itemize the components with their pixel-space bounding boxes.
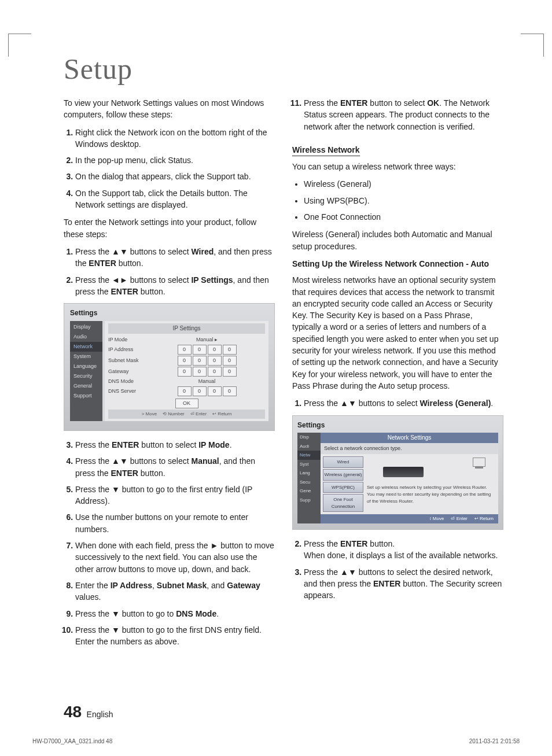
page-title: Setup — [64, 52, 503, 86]
screenshot-sidebar: Disp Audi Netw Syst Lang Secu Gene Supp — [297, 433, 321, 523]
list-item: Press the ENTER button to select OK. The… — [304, 97, 503, 132]
wireless-intro: You can setup a wireless network three w… — [292, 161, 503, 172]
wireless-heading: Wireless Network — [292, 144, 360, 156]
footer-timestamp: 2011-03-21 2:01:58 — [469, 738, 520, 744]
list-item: Wireless (General) — [304, 178, 503, 190]
screenshot-title: Settings — [297, 421, 498, 430]
connection-desc: Set up wireless network by selecting you… — [367, 456, 496, 512]
list-item: Press the ▼ button to go to the first DN… — [75, 624, 275, 648]
connection-options: Wired Wireless (general) WPS(PBC) One Fo… — [323, 456, 363, 512]
print-footer: HW-D7000_XAA_0321.indd 48 2011-03-21 2:0… — [32, 738, 520, 744]
steps-b-part2: Press the ENTER button to select IP Mode… — [75, 439, 275, 647]
intro2-para: To enter the Network settings into your … — [64, 216, 275, 240]
list-item: When done with each field, press the ► b… — [75, 540, 275, 575]
list-item: On the dialog that appears, click the Su… — [75, 171, 275, 182]
list-item: One Foot Connection — [304, 211, 503, 223]
footer-file: HW-D7000_XAA_0321.indd 48 — [32, 738, 112, 744]
auto-heading: Setting Up the Wireless Network Connecti… — [292, 258, 503, 270]
ok-button: OK — [175, 399, 198, 408]
list-item: On the Support tab, click the Details bu… — [75, 187, 275, 211]
auto-steps-part1: Press the ▲▼ buttons to select Wireless … — [304, 397, 503, 409]
list-item: Press the ◄► buttons to select IP Settin… — [75, 274, 275, 298]
screenshot-title: Settings — [70, 308, 268, 318]
screenshot-sidebar: Display Audio Network System Language Se… — [70, 321, 102, 421]
list-item: Press the ▲▼ buttons to select Manual, a… — [75, 455, 275, 479]
list-item: Using WPS(PBC). — [304, 195, 503, 206]
list-item: Press the ▲▼ buttons to select Wired, an… — [75, 246, 275, 270]
right-column: Press the ENTER button to select OK. The… — [292, 97, 503, 653]
list-item: Press the ENTER button.When done, it dis… — [304, 538, 503, 562]
crop-mark-tr — [521, 34, 544, 57]
network-settings-screenshot: Settings Disp Audi Netw Syst Lang Secu G… — [292, 415, 503, 530]
steps-a: Right click the Network icon on the bott… — [75, 127, 275, 211]
left-column: To view your Network Settings values on … — [64, 97, 275, 653]
list-item: Right click the Network icon on the bott… — [75, 127, 275, 150]
list-item: In the pop-up menu, click Status. — [75, 154, 275, 166]
intro-para: To view your Network Settings values on … — [64, 97, 275, 121]
page-number: 48 English — [64, 703, 113, 721]
auto-steps-part2: Press the ENTER button.When done, it dis… — [304, 538, 503, 601]
list-item: Enter the IP Address, Subnet Mask, and G… — [75, 580, 275, 603]
list-item: Press the ▼ button to go to the first en… — [75, 484, 275, 507]
wireless-note: Wireless (General) includes both Automat… — [292, 228, 503, 252]
router-icon — [367, 456, 496, 482]
ip-settings-screenshot: Settings Display Audio Network System La… — [64, 303, 275, 431]
crop-mark-tl — [8, 34, 31, 57]
list-item: Press the ▲▼ buttons to select the desir… — [304, 566, 503, 602]
list-item: Press the ENTER button to select IP Mode… — [75, 439, 275, 451]
list-item: Use the number buttons on your remote to… — [75, 511, 275, 535]
auto-para: Most wireless networks have an optional … — [292, 274, 503, 392]
steps-b-part3: Press the ENTER button to select OK. The… — [304, 97, 503, 132]
list-item: Press the ▼ button to go to DNS Mode. — [75, 608, 275, 619]
list-item: Press the ▲▼ buttons to select Wireless … — [304, 397, 503, 409]
wireless-options: Wireless (General) Using WPS(PBC). One F… — [304, 178, 503, 223]
screenshot-main: Network Settings Select a network connec… — [321, 433, 498, 523]
screenshot-main: IP Settings IP ModeManual ▸ IP Address00… — [105, 321, 268, 421]
steps-b-part1: Press the ▲▼ buttons to select Wired, an… — [75, 246, 275, 297]
